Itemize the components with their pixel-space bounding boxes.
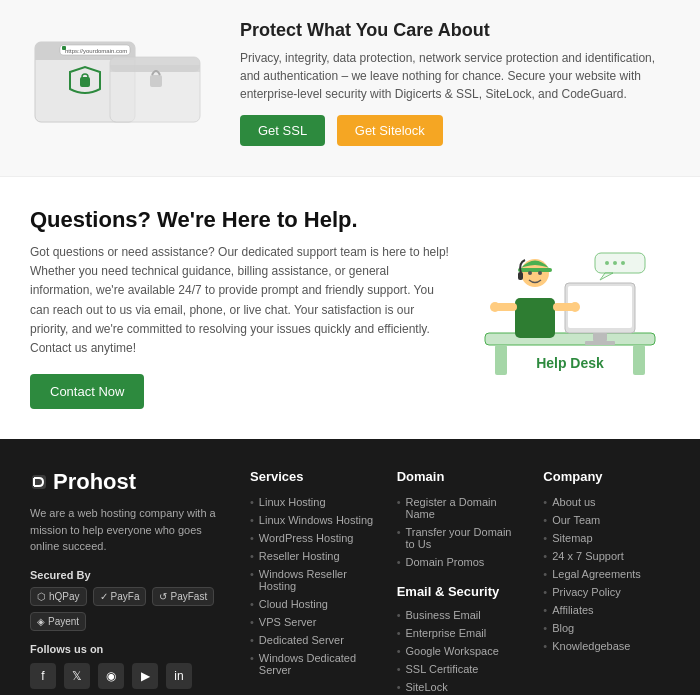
svg-rect-23	[515, 298, 555, 338]
svg-text:https://yourdomain.com: https://yourdomain.com	[65, 48, 127, 54]
browser-illustration: https://yourdomain.com	[30, 37, 210, 127]
services-list: Linux HostingLinux Windows HostingWordPr…	[250, 496, 377, 676]
svg-point-32	[613, 261, 617, 265]
list-item[interactable]: Transfer your Domain to Us	[397, 526, 524, 550]
footer-logo: Prohost	[30, 469, 230, 495]
list-item[interactable]: Enterprise Email	[397, 627, 524, 639]
contact-now-button[interactable]: Contact Now	[30, 374, 144, 409]
payment-icons: ⬡hQPay ✓PayFa ↺PayFast ◈Payent	[30, 587, 230, 631]
list-item[interactable]: Knowledgebase	[543, 640, 670, 652]
svg-rect-11	[150, 75, 162, 87]
list-item[interactable]: VPS Server	[250, 616, 377, 628]
prohost-logo-icon	[30, 473, 48, 491]
top-buttons: Get SSL Get Sitelock	[240, 115, 670, 146]
svg-point-33	[621, 261, 625, 265]
help-description: Got questions or need assistance? Our de…	[30, 243, 450, 358]
svg-point-21	[528, 271, 532, 275]
svg-point-31	[605, 261, 609, 265]
svg-marker-30	[600, 273, 613, 280]
svg-rect-12	[485, 333, 655, 345]
help-heading: Questions? We're Here to Help.	[30, 207, 450, 233]
top-title: Protect What You Care About	[240, 20, 670, 41]
svg-rect-17	[593, 333, 607, 341]
svg-rect-29	[595, 253, 645, 273]
svg-point-27	[570, 302, 580, 312]
company-heading: Company	[543, 469, 670, 484]
svg-rect-13	[495, 345, 507, 375]
get-sitelock-button[interactable]: Get Sitelock	[337, 115, 443, 146]
list-item[interactable]: Windows Reseller Hosting	[250, 568, 377, 592]
email-security-heading: Email & Security	[397, 584, 524, 599]
list-item[interactable]: Blog	[543, 622, 670, 634]
footer-domain-col: Domain Register a Domain NameTransfer yo…	[397, 469, 524, 695]
helpdesk-illustration-wrapper: Help Desk	[470, 238, 670, 378]
svg-rect-6	[80, 77, 90, 87]
list-item[interactable]: Linux Windows Hosting	[250, 514, 377, 526]
footer-grid: Prohost We are a web hosting company wit…	[30, 469, 670, 695]
top-section: https://yourdomain.com Protect What You …	[0, 0, 700, 177]
svg-rect-28	[518, 272, 523, 280]
follows-label: Follows us on	[30, 643, 230, 655]
list-item[interactable]: Linux Hosting	[250, 496, 377, 508]
list-item[interactable]: Sitemap	[543, 532, 670, 544]
svg-text:Help Desk: Help Desk	[536, 355, 604, 371]
social-icons: f 𝕏 ◉ ▶ in	[30, 663, 230, 689]
svg-rect-18	[585, 341, 615, 345]
facebook-icon[interactable]: f	[30, 663, 56, 689]
list-item[interactable]: Domain Promos	[397, 556, 524, 568]
list-item[interactable]: 24 x 7 Support	[543, 550, 670, 562]
company-list: About usOur TeamSitemap24 x 7 SupportLeg…	[543, 496, 670, 652]
secured-by-label: Secured By	[30, 569, 230, 581]
list-item[interactable]: Reseller Hosting	[250, 550, 377, 562]
top-description: Privacy, integrity, data protection, net…	[240, 49, 670, 103]
youtube-icon[interactable]: ▶	[132, 663, 158, 689]
top-right-content: Protect What You Care About Privacy, int…	[240, 20, 670, 146]
payment-badge-payfast: ↺PayFast	[152, 587, 214, 606]
svg-point-22	[538, 271, 542, 275]
svg-point-26	[490, 302, 500, 312]
domain-list: Register a Domain NameTransfer your Doma…	[397, 496, 524, 568]
list-item[interactable]: WordPress Hosting	[250, 532, 377, 544]
payment-badge-payfa: ✓PayFa	[93, 587, 147, 606]
list-item[interactable]: Google Workspace	[397, 645, 524, 657]
list-item[interactable]: Affiliates	[543, 604, 670, 616]
svg-rect-20	[518, 268, 552, 272]
list-item[interactable]: Cloud Hosting	[250, 598, 377, 610]
footer-tagline: We are a web hosting company with a miss…	[30, 505, 230, 555]
linkedin-icon[interactable]: in	[166, 663, 192, 689]
footer-services-col: Services Linux HostingLinux Windows Host…	[250, 469, 377, 695]
list-item[interactable]: Dedicated Server	[250, 634, 377, 646]
services-heading: Services	[250, 469, 377, 484]
helpdesk-illustration: Help Desk	[475, 238, 665, 378]
list-item[interactable]: Windows Dedicated Server	[250, 652, 377, 676]
list-item[interactable]: Privacy Policy	[543, 586, 670, 598]
footer-company-col: Company About usOur TeamSitemap24 x 7 Su…	[543, 469, 670, 695]
list-item[interactable]: About us	[543, 496, 670, 508]
help-section: Questions? We're Here to Help. Got quest…	[0, 177, 700, 439]
footer: Prohost We are a web hosting company wit…	[0, 439, 700, 695]
list-item[interactable]: SiteLock	[397, 681, 524, 693]
domain-heading: Domain	[397, 469, 524, 484]
list-item[interactable]: Business Email	[397, 609, 524, 621]
list-item[interactable]: Our Team	[543, 514, 670, 526]
list-item[interactable]: SSL Certificate	[397, 663, 524, 675]
help-left-content: Questions? We're Here to Help. Got quest…	[30, 207, 450, 409]
instagram-icon[interactable]: ◉	[98, 663, 124, 689]
list-item[interactable]: Register a Domain Name	[397, 496, 524, 520]
svg-rect-14	[633, 345, 645, 375]
list-item[interactable]: Legal Agreements	[543, 568, 670, 580]
browser-illustration-wrapper: https://yourdomain.com	[30, 37, 210, 130]
get-ssl-button[interactable]: Get SSL	[240, 115, 325, 146]
payment-badge-payent: ◈Payent	[30, 612, 86, 631]
footer-brand-col: Prohost We are a web hosting company wit…	[30, 469, 230, 695]
email-security-list: Business EmailEnterprise EmailGoogle Wor…	[397, 609, 524, 695]
twitter-x-icon[interactable]: 𝕏	[64, 663, 90, 689]
payment-badge-hqpay: ⬡hQPay	[30, 587, 87, 606]
svg-rect-5	[62, 46, 66, 50]
